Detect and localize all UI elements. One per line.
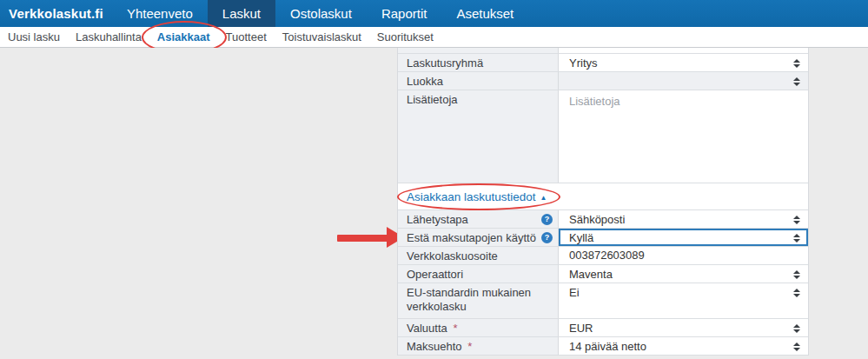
field-label: Lähetystapa ? <box>398 210 559 228</box>
section-toggle-link[interactable]: Asiakkaan laskutustiedot▲ <box>407 190 547 203</box>
eu-standardi-select[interactable]: Ei <box>559 283 808 301</box>
row-value-cell: Kyllä <box>559 229 808 246</box>
sub-navbar: Uusi lasku Laskuhallinta Asiakkaat Tuott… <box>0 27 868 48</box>
row-value-cell: 14 päivää netto <box>559 337 808 355</box>
field-label: Luokka <box>398 72 559 90</box>
customer-form-panel: Laskutusryhmä Yritys Luokka Lisätietoja <box>397 48 809 356</box>
table-row-operaattori: Operaattori Maventa <box>398 265 808 283</box>
required-marker: * <box>467 340 472 353</box>
subnav-item-asiakkaat[interactable]: Asiakkaat <box>149 27 218 47</box>
annotation-arrow-shaft <box>337 235 388 242</box>
topnav-item-yhteenveto[interactable]: Yhteenveto <box>112 0 208 27</box>
topnav-item-laskut[interactable]: Laskut <box>208 0 275 27</box>
field-label: Operaattori <box>398 265 559 283</box>
subnav-item-tuotteet[interactable]: Tuotteet <box>218 27 275 47</box>
row-value-cell <box>559 72 808 90</box>
maksuehto-select[interactable]: 14 päivää netto <box>559 337 808 355</box>
row-value-cell: Yritys <box>559 54 808 71</box>
laskutusryhma-select[interactable]: Yritys <box>559 54 808 71</box>
help-icon[interactable]: ? <box>541 214 553 225</box>
table-row-laskutusryhma: Laskutusryhmä Yritys <box>398 54 808 72</box>
field-label-text: Valuutta <box>407 322 447 335</box>
luokka-select[interactable] <box>559 72 808 90</box>
subnav-item-uusi-lasku[interactable]: Uusi lasku <box>0 27 68 47</box>
row-label-cell <box>398 48 559 53</box>
field-label: EU-standardin mukainen verkkolasku <box>398 283 559 318</box>
table-row-luokka: Luokka <box>398 72 808 90</box>
field-label: Estä maksutapojen käyttö ? <box>398 229 559 246</box>
top-navbar: Verkkolaskut.fi Yhteenveto Laskut Ostola… <box>0 0 868 27</box>
field-label: Laskutusryhmä <box>398 54 559 71</box>
subnav-item-laskuhallinta[interactable]: Laskuhallinta <box>68 27 149 47</box>
row-value-cell <box>559 48 808 53</box>
subnav-item-suoritukset[interactable]: Suoritukset <box>369 27 441 47</box>
field-label: Lisätietoja <box>398 90 559 183</box>
row-value-cell: 003872603089 <box>559 247 808 264</box>
valuutta-select[interactable]: EUR <box>559 319 808 336</box>
table-row-eu-standardi: EU-standardin mukainen verkkolasku Ei <box>398 283 808 319</box>
section-header-row: Asiakkaan laskutustiedot▲ <box>398 183 808 210</box>
field-label-text: Lähetystapa <box>407 213 468 226</box>
esta-maksutapojen-select[interactable]: Kyllä <box>559 229 808 246</box>
brand-logo[interactable]: Verkkolaskut.fi <box>0 0 112 27</box>
operaattori-select[interactable]: Maventa <box>559 265 808 283</box>
field-label: Verkkolaskuosoite <box>398 247 559 264</box>
lahetystapa-select[interactable]: Sähköposti <box>559 210 808 228</box>
row-value-cell: Sähköposti <box>559 210 808 228</box>
table-row-maksuehto: Maksuehto * 14 päivää netto <box>398 337 808 356</box>
collapse-caret-icon: ▲ <box>540 194 547 202</box>
subnav-item-toistuvaislaskut[interactable]: Toistuvaislaskut <box>275 27 369 47</box>
verkkolaskuosoite-value: 003872603089 <box>559 247 808 264</box>
field-label-text: Estä maksutapojen käyttö <box>407 231 536 244</box>
row-value-cell: Ei <box>559 283 808 318</box>
subnav-item-label: Asiakkaat <box>157 30 210 43</box>
topnav-item-ostolaskut[interactable]: Ostolaskut <box>275 0 367 27</box>
topnav-item-raportit[interactable]: Raportit <box>367 0 442 27</box>
help-icon[interactable]: ? <box>541 232 553 243</box>
required-marker: * <box>453 322 457 335</box>
annotation-arrow <box>337 227 404 249</box>
lisatietoja-textarea[interactable] <box>559 90 808 183</box>
content-area: Laskutusryhmä Yritys Luokka Lisätietoja <box>0 48 868 359</box>
table-row-esta-maksutapojen-kaytto: Estä maksutapojen käyttö ? Kyllä <box>398 229 808 247</box>
row-value-cell <box>559 90 808 183</box>
table-row-lahetystapa: Lähetystapa ? Sähköposti <box>398 210 808 229</box>
table-row-valuutta: Valuutta * EUR <box>398 319 808 337</box>
row-value-cell: Maventa <box>559 265 808 283</box>
field-label: Maksuehto * <box>398 337 559 355</box>
table-row-partial <box>398 48 808 54</box>
table-row-lisatietoja: Lisätietoja <box>398 90 808 183</box>
field-label: Valuutta * <box>398 319 559 336</box>
field-label-text: Maksuehto <box>407 340 462 353</box>
table-row-verkkolaskuosoite: Verkkolaskuosoite 003872603089 <box>398 247 808 265</box>
section-title: Asiakkaan laskutustiedot <box>407 190 536 203</box>
row-value-cell: EUR <box>559 319 808 336</box>
topnav-item-asetukset[interactable]: Asetukset <box>441 0 528 27</box>
